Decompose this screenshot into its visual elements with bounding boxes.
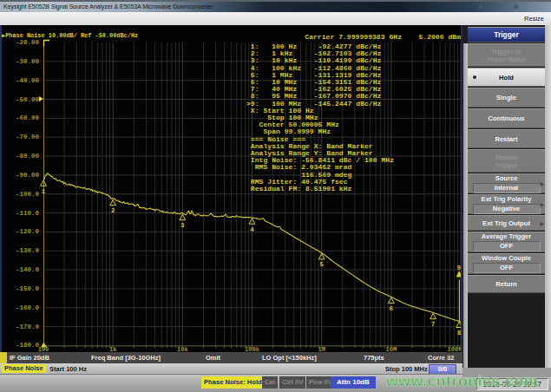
svg-text:6: 6 — [390, 305, 394, 312]
svg-text:7: 7 — [431, 321, 436, 328]
svg-text:2: 2 — [111, 207, 115, 214]
svg-text:5: 5 — [319, 261, 324, 268]
svg-text:3: 3 — [180, 222, 185, 229]
svg-text:4: 4 — [250, 226, 254, 233]
svg-text:1: 1 — [42, 188, 46, 195]
